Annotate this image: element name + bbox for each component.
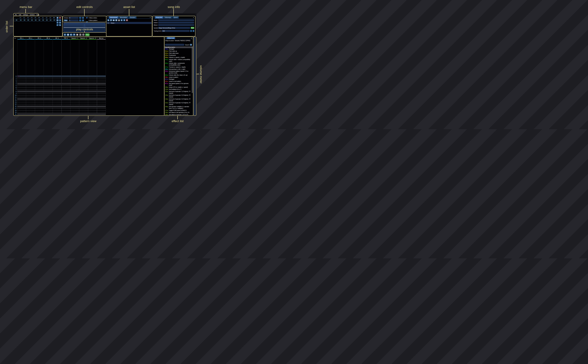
pattern-cell[interactable] — [70, 89, 79, 91]
pattern-cell[interactable] — [88, 77, 97, 79]
pattern-cell[interactable] — [88, 75, 97, 77]
pattern-row[interactable]: 17 — [14, 108, 106, 109]
channel-header-fm-6[interactable]: FM 6 — [61, 37, 70, 39]
pattern-cell[interactable] — [70, 85, 79, 87]
tab-wavetables[interactable]: Wavetables — [119, 16, 128, 19]
pattern-cell[interactable] — [70, 111, 79, 113]
pattern-row[interactable]: 16 — [14, 106, 106, 108]
pattern-cell[interactable] — [26, 81, 35, 83]
effect-row[interactable]: 0BxxJump to pattern — [165, 76, 192, 78]
pattern-cell[interactable] — [61, 113, 70, 115]
pattern-cell[interactable] — [79, 77, 88, 79]
order-list-selected-row[interactable]: 0000000000000000000000 — [14, 19, 56, 21]
menu-item-settings[interactable]: settings — [23, 14, 28, 16]
close-icon[interactable]: × — [193, 17, 194, 18]
pattern-row[interactable]: 19 — [14, 111, 106, 113]
pattern-cell[interactable] — [53, 102, 61, 104]
pattern-cell[interactable] — [35, 89, 44, 91]
pattern-cell[interactable] — [35, 102, 44, 104]
effect-row[interactable]: 17xxToggle PCM mode (LEGACY) — [165, 110, 192, 112]
pattern-cell[interactable] — [26, 96, 35, 98]
order-duplicate-button[interactable] — [56, 19, 59, 21]
pattern-cell[interactable] — [53, 91, 61, 92]
pattern-cell[interactable] — [53, 81, 61, 83]
asset-open-button[interactable] — [112, 19, 115, 21]
channel-header-square-1[interactable]: Square 1 — [70, 37, 79, 39]
pattern-cell[interactable] — [53, 83, 61, 85]
pattern-cell[interactable] — [79, 108, 88, 109]
pattern-cell[interactable] — [35, 108, 44, 109]
pattern-cell[interactable] — [26, 100, 35, 102]
pattern-row[interactable]: 1 — [14, 77, 106, 79]
pattern-cell[interactable] — [17, 81, 26, 83]
pattern-cell[interactable] — [61, 85, 70, 87]
effect-list-scrollbar[interactable] — [192, 46, 192, 93]
step-row-button[interactable] — [73, 33, 75, 36]
order-value-ch2[interactable]: 00 — [23, 20, 26, 21]
pattern-cell[interactable] — [44, 104, 53, 106]
pattern-cell[interactable] — [88, 110, 97, 111]
pattern-cell[interactable] — [53, 85, 61, 87]
pattern-cell[interactable] — [35, 113, 44, 115]
pattern-cell[interactable] — [53, 113, 61, 115]
asset-list-selected-item[interactable]: - None - — [107, 22, 152, 24]
pattern-cell[interactable] — [26, 113, 35, 115]
order-value-ch10[interactable]: 00 — [53, 20, 56, 21]
pattern-cell[interactable] — [61, 77, 70, 79]
pattern-cell[interactable] — [35, 92, 44, 94]
pattern-cell[interactable] — [17, 91, 26, 92]
pattern-cell[interactable] — [79, 85, 88, 87]
pattern-cell[interactable] — [17, 113, 26, 115]
pattern-cell[interactable] — [88, 87, 97, 89]
order-duplicate-end-button[interactable] — [59, 22, 61, 24]
pattern-cell[interactable] — [26, 77, 35, 79]
order-move-down-button[interactable] — [56, 22, 59, 24]
pattern-row[interactable]: 6 — [14, 87, 106, 89]
pattern-cell[interactable] — [88, 94, 97, 96]
pattern-cell[interactable] — [26, 94, 35, 96]
pattern-cell[interactable] — [17, 94, 26, 96]
pattern-cell[interactable] — [97, 75, 106, 77]
effect-row[interactable]: 19xxSet attack of all operators (0 to 1F… — [165, 112, 192, 114]
pattern-cell[interactable] — [61, 92, 70, 94]
pattern-cell[interactable] — [44, 98, 53, 100]
pattern-cell[interactable] — [70, 104, 79, 106]
pattern-cell[interactable] — [17, 110, 26, 111]
pattern-row[interactable]: 15 — [14, 104, 106, 106]
order-value-ch7[interactable]: 00 — [41, 20, 45, 21]
pattern-cell[interactable] — [88, 106, 97, 108]
pattern-row[interactable]: 0 — [14, 75, 106, 77]
pattern-cell[interactable] — [26, 87, 35, 89]
play-button[interactable] — [64, 33, 66, 36]
pattern-cell[interactable] — [26, 98, 35, 100]
pattern-cell[interactable] — [79, 96, 88, 98]
pattern-cell[interactable] — [79, 100, 88, 102]
pattern-row[interactable]: 11 — [14, 96, 106, 98]
pattern-cell[interactable] — [35, 106, 44, 108]
pattern-cell[interactable] — [53, 104, 61, 106]
pattern-cell[interactable] — [17, 98, 26, 100]
effect-row[interactable]: 0FxxSet speed (speed 2 if no grooves exi… — [165, 83, 192, 86]
pattern-cell[interactable] — [53, 92, 61, 94]
pattern-row[interactable]: 2 — [14, 79, 106, 81]
pattern-cell[interactable] — [88, 91, 97, 92]
pattern-cell[interactable] — [17, 85, 26, 87]
pattern-cell[interactable] — [79, 79, 88, 81]
order-change-view-mode-button[interactable] — [59, 24, 61, 26]
pattern-cell[interactable] — [44, 79, 53, 81]
pattern-cell[interactable] — [44, 102, 53, 104]
pattern-cell[interactable] — [61, 96, 70, 98]
pattern-cell[interactable] — [53, 87, 61, 89]
pattern-cell[interactable] — [61, 98, 70, 100]
pattern-cell[interactable] — [70, 94, 79, 96]
pattern-cell[interactable] — [26, 102, 35, 104]
pattern-cell[interactable] — [44, 108, 53, 109]
pattern-cell[interactable] — [88, 111, 97, 113]
pattern-row[interactable]: 3 — [14, 81, 106, 83]
pattern-cell[interactable] — [97, 83, 106, 85]
menu-item-file[interactable]: file — [15, 14, 17, 16]
pattern-cell[interactable] — [35, 96, 44, 98]
pattern-cell[interactable] — [70, 106, 79, 108]
order-add-button[interactable] — [56, 17, 59, 19]
effect-row[interactable]: 0CxxRetrigger — [165, 78, 192, 80]
